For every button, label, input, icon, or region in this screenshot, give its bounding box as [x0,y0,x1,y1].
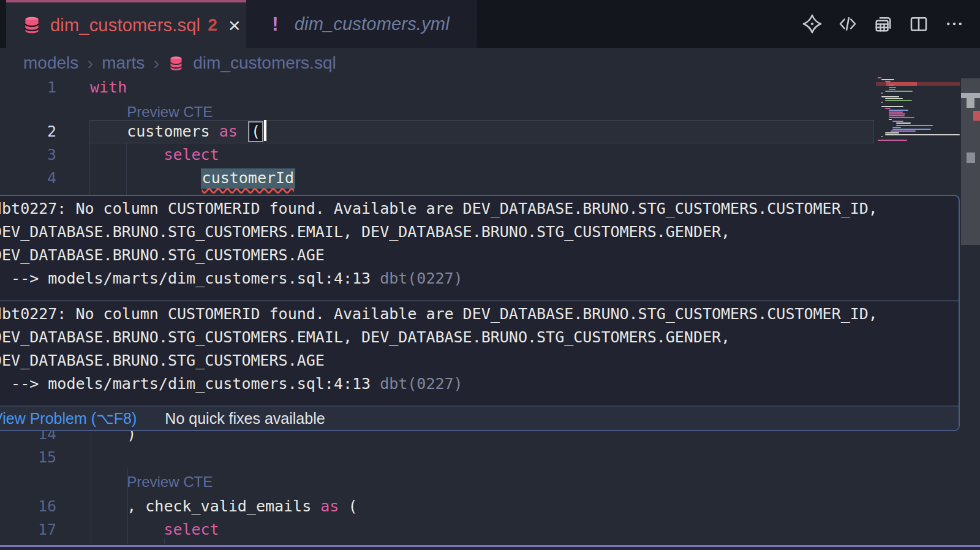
sql-text [238,122,247,140]
diagnostic-source-code: dbt(0227) [380,269,462,287]
minimap-code-line [889,87,896,88]
close-icon[interactable]: × [228,15,241,36]
minimap-code-line [889,110,908,111]
minimap-code-line [889,117,914,118]
indent-guide [164,538,165,544]
line-number: 4 [24,167,56,190]
code-line: select [164,143,219,167]
minimap-code-line [881,106,903,107]
indent-guide [89,143,90,195]
diagnostic-text-line: DEV_DATABASE.BRUNO.STG_CUSTOMERS.AGE [0,244,959,267]
no-quick-fixes-label: No quick fixes available [165,410,325,428]
indent-guide [127,468,128,544]
code-line: , check_valid_emails as ( [127,495,357,518]
minimap-code-line [889,111,903,113]
minimap-code-line [885,132,899,134]
minimap-code-line [889,89,895,90]
line-number: 15 [24,446,56,469]
minimap-code-line [896,125,933,126]
selection-marker [967,153,975,163]
codelens-preview-cte[interactable]: Preview CTE [127,102,213,122]
indent-guide [91,431,91,544]
minimap-code-line [885,100,912,101]
sql-keyword: with [90,78,127,96]
sql-keyword: as [219,122,238,140]
minimap-code-line [885,98,903,99]
minimap-code-line [896,122,911,124]
minimap-code-line [885,91,913,92]
chevron-right-icon: › [87,53,93,73]
diagnostic-location-line: --> models/marts/dim_customers.sql:4:13 … [0,372,959,396]
problem-hover-popup: dbt0227: No column CUSTOMERID found. Ava… [0,195,960,431]
split-editor-icon[interactable] [907,12,931,36]
minimap-code-line [889,119,892,120]
line-number: 1 [24,76,56,99]
code-line: with [90,76,127,99]
dbt-model-icon [22,15,42,35]
minimap-code-line [892,121,903,122]
code-line: select [164,518,219,541]
breadcrumb-file[interactable]: dim_customers.sql [193,53,336,73]
line-number: 17 [24,518,56,541]
problem-popup-footer: View Problem (⌥F8) No quick fixes availa… [0,405,959,430]
cursor-marker [967,98,974,108]
tab-title: dim_customers.yml [295,14,450,34]
code-line: customers as ( [127,120,266,143]
sql-text: customers [127,122,219,140]
warning-icon: ! [272,13,279,36]
dbt-model-icon [168,55,184,72]
tab-dirty-count: 2 [208,15,217,35]
minimap-code-line [889,113,905,115]
tab-title: dim_customers.sql [50,15,200,36]
indent-guide [126,143,127,195]
editor-toolbar [800,0,967,48]
more-actions-icon[interactable] [942,12,967,36]
minimap-code-line [878,140,907,141]
line-number: 3 [24,143,56,167]
sql-text: ( [339,497,357,515]
breadcrumb-marts[interactable]: marts [102,53,145,73]
diagnostic-source-code: dbt(0227) [380,375,462,393]
line-number: 2 [24,120,56,143]
minimap-code-line [891,130,916,132]
scrollbar[interactable] [961,78,980,245]
diagnostic-text-line: DEV_DATABASE.BRUNO.STG_CUSTOMERS.EMAIL, … [0,326,959,349]
panel-divider[interactable] [0,545,980,547]
chevron-right-icon: › [153,53,159,73]
tab-dim-customers-yml[interactable]: ! dim_customers.yml [246,0,477,48]
tab-bar: dim_customers.sql 2 × ! dim_customers.ym… [0,0,980,48]
diagnostic-message: dbt0227: No column CUSTOMERID found. Ava… [0,196,959,300]
dbt-logo-icon[interactable] [800,12,824,36]
minimap-code-line [881,136,883,137]
sql-keyword: as [320,497,339,515]
error-token: customerId [201,168,296,189]
view-problem-link[interactable]: View Problem (⌥F8) [0,410,137,428]
sql-keyword: select [164,146,219,164]
text-cursor [264,120,266,141]
sql-text: , check_valid_emails [127,497,320,515]
minimap-code-line [881,92,883,94]
minimap-code-line [881,79,894,80]
tab-dim-customers-sql[interactable]: dim_customers.sql 2 × [6,0,246,48]
scrollbar-thumb-mark [961,93,980,98]
minimap-code-line [885,134,960,135]
code-line: customerId [201,167,296,190]
diagnostic-text-line: DEV_DATABASE.BRUNO.STG_CUSTOMERS.AGE [0,349,959,372]
compile-code-icon[interactable] [835,12,860,36]
diagnostic-text-line: DEV_DATABASE.BRUNO.STG_CUSTOMERS.EMAIL, … [0,220,959,244]
query-results-icon[interactable] [871,12,895,36]
codelens-preview-cte[interactable]: Preview CTE [127,472,213,492]
minimap-code-line [881,96,899,97]
sql-keyword: select [164,521,219,538]
breadcrumb: models › marts › dim_customers.sql [23,48,336,78]
diagnostic-location-line: --> models/marts/dim_customers.sql:4:13 … [0,267,959,290]
bracket-match: ( [248,121,263,142]
minimap-code-line [878,77,881,78]
minimap-code-line [881,102,883,103]
diagnostic-text-line: dbt0227: No column CUSTOMERID found. Ava… [0,303,959,326]
minimap-code-line [889,115,905,116]
diagnostic-message: dbt0227: No column CUSTOMERID found. Ava… [0,301,959,405]
error-marker [973,111,980,121]
breadcrumb-models[interactable]: models [23,53,78,73]
diagnostic-text-line: dbt0227: No column CUSTOMERID found. Ava… [0,197,959,220]
